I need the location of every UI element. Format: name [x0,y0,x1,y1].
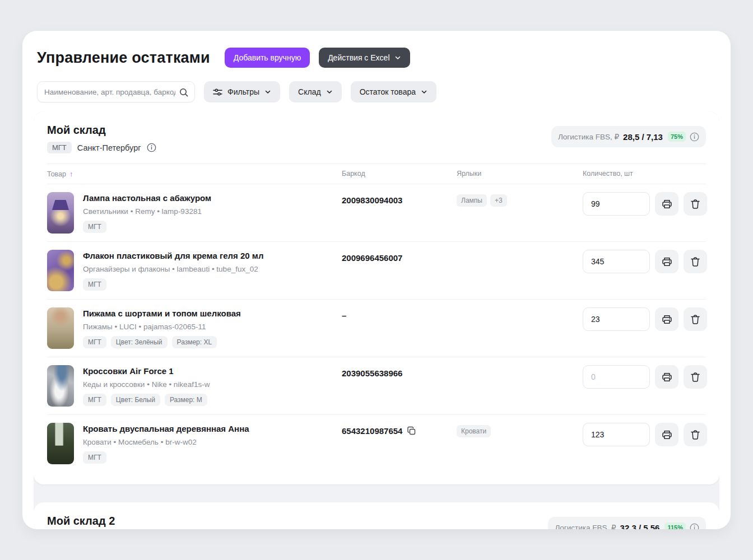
product-badges: МГТ [83,221,211,233]
table-row: Кроссовки Air Force 1 Кеды и кроссовки •… [47,357,706,415]
add-manual-label: Добавить вручную [234,53,301,62]
label-chip[interactable]: Лампы [457,194,487,207]
quantity-input[interactable] [583,250,650,273]
delete-button[interactable] [684,365,707,389]
chevron-down-icon [264,88,271,95]
stock-management-page: Управление остатками Добавить вручную Де… [22,31,731,529]
logistics-label: Логистика FBS, ₽ [558,132,619,141]
product-title: Лампа настольная с абажуром [83,192,211,204]
table-row: Лампа настольная с абажуром Светильники … [47,184,706,242]
chevron-down-icon [326,88,333,95]
delete-button[interactable] [684,192,707,216]
label-chips [457,365,583,367]
trash-icon [690,314,700,325]
excel-actions-button[interactable]: Действия с Excel [319,48,410,68]
barcode-value: – [342,311,346,320]
table-row: Кровать двуспальная деревянная Анна Кров… [47,415,706,472]
delete-button[interactable] [684,250,707,273]
quantity-input[interactable] [583,423,650,446]
product-meta: Светильники • Remy • lamp-93281 [83,207,211,216]
table-body: Лампа настольная с абажуром Светильники … [47,184,706,472]
info-icon[interactable] [690,132,699,142]
label-chips: Лампы+3 [457,192,583,207]
column-barcode: Баркод [342,170,457,178]
product-badge: МГТ [83,394,106,406]
product-badge: Цвет: Белый [111,394,160,406]
product-badge: Размер: XL [172,336,217,348]
table-row: Флакон пластиковый для крема геля 20 мл … [47,242,706,300]
logistics-value: 28,5 / 7,13 [623,132,663,142]
column-quantity: Количество, шт [583,170,706,178]
printer-icon [662,372,672,382]
delete-button[interactable] [684,423,707,446]
trash-icon [690,199,700,209]
filters-label: Фильтры [227,87,259,96]
product-image [47,192,74,234]
product-badges: МГТ [83,278,263,291]
search-field [37,81,195,102]
barcode-value: 2009830094003 [342,195,402,205]
product-meta: Органайзеры и флаконы • lambeauti • tube… [83,265,263,273]
quantity-input[interactable] [583,365,650,389]
print-button[interactable] [655,307,678,331]
warehouse-tag-badge: МГТ [47,142,72,153]
excel-actions-label: Действия с Excel [328,53,389,62]
delete-button[interactable] [684,307,707,331]
product-badge: МГТ [83,278,106,291]
search-icon [179,87,189,97]
product-image [47,365,74,407]
label-chip[interactable]: +3 [490,194,507,207]
product-badge: Размер: M [165,394,207,406]
barcode-value: 6543210987654 [342,426,402,436]
sliders-icon [213,88,222,96]
search-input[interactable] [38,82,194,102]
trash-icon [690,430,700,440]
logistics-percent-badge: 115% [664,522,686,529]
page-title: Управление остатками [37,49,210,67]
logistics-label: Логистика FBS, ₽ [555,523,616,529]
quantity-input[interactable] [583,307,650,331]
column-labels: Ярлыки [457,170,583,178]
print-button[interactable] [655,423,678,446]
trash-icon [690,256,700,267]
filters-toolbar: Фильтры Склад Остаток товара [37,81,716,102]
info-icon[interactable] [690,523,699,530]
print-button[interactable] [655,250,678,273]
product-title: Кровать двуспальная деревянная Анна [83,423,249,435]
table-header: Товар ↑ Баркод Ярлыки Количество, шт [47,164,706,184]
warehouse-header: Мой склад МГТ Санкт-Петербург Логистика … [47,124,706,153]
logistics-percent-badge: 75% [668,132,686,142]
product-badges: МГТЦвет: БелыйРазмер: M [83,394,210,406]
info-icon[interactable] [147,143,156,152]
product-title: Кроссовки Air Force 1 [83,365,210,377]
sort-asc-icon: ↑ [69,170,73,178]
label-chips [457,250,583,252]
page-header: Управление остатками Добавить вручную Де… [34,44,719,68]
quantity-input[interactable] [583,192,650,216]
label-chips [457,307,583,310]
copy-icon[interactable] [407,426,416,436]
warehouse-card-1: Мой склад МГТ Санкт-Петербург Логистика … [34,111,719,484]
printer-icon [662,314,672,325]
printer-icon [662,430,672,440]
trash-icon [690,372,700,382]
product-badge: МГТ [83,336,106,348]
add-manual-button[interactable]: Добавить вручную [225,48,310,68]
stock-filter-button[interactable]: Остаток товара [351,81,436,102]
barcode-value: 2039055638966 [342,368,402,378]
warehouse-filter-button[interactable]: Склад [289,81,342,102]
logistics-pill: Логистика FBS, ₽ 32,3 / 5,56 115% [548,517,706,529]
product-image [47,250,74,291]
barcode-value: 2009696456007 [342,253,402,263]
product-badge: МГТ [83,451,106,464]
print-button[interactable] [655,365,678,389]
column-product[interactable]: Товар ↑ [47,170,342,178]
table-row: Пижама с шортами и топом шелковая Пижамы… [47,300,706,357]
print-button[interactable] [655,192,678,216]
product-title: Флакон пластиковый для крема геля 20 мл [83,250,263,262]
filters-button[interactable]: Фильтры [204,81,280,102]
warehouse-name: Мой склад 2 [47,515,131,528]
warehouse-city: Санкт-Петербург [77,143,141,152]
warehouse-filter-label: Склад [298,87,321,96]
label-chip[interactable]: Кровати [457,425,491,437]
